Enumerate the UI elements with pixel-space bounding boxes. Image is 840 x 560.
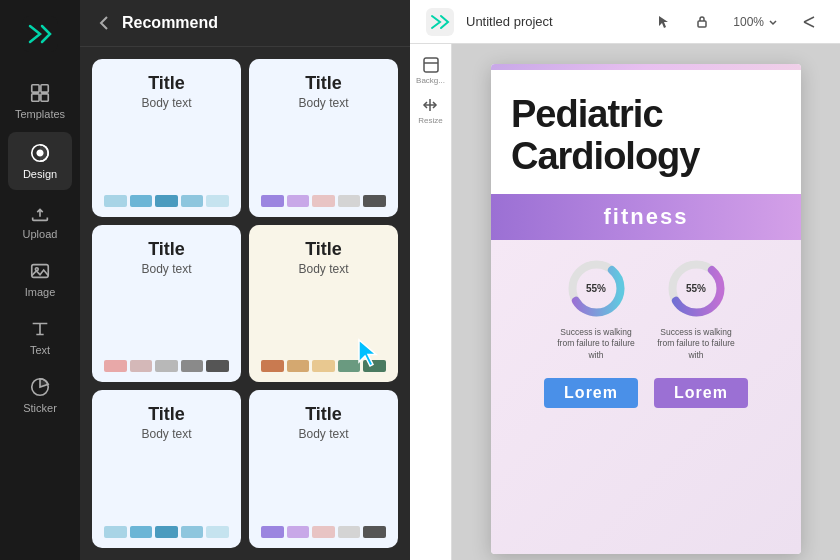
sidebar-item-label: Text [30, 344, 50, 356]
subtitle-band: fitness [491, 194, 801, 240]
swatch [155, 195, 178, 207]
cursor-tool-btn[interactable] [649, 11, 679, 33]
swatch [363, 195, 386, 207]
chart-item-1: 55% Success is walking from failure to f… [556, 256, 636, 363]
template-card-2[interactable]: Title Body text [249, 59, 398, 217]
card-title: Title [305, 73, 342, 94]
tool-panel: Recommend Title Body text Title Body tex… [80, 0, 410, 560]
donut-chart-1: 55% [564, 256, 629, 321]
card-title: Title [148, 73, 185, 94]
panel-title: Recommend [122, 14, 218, 32]
card-title: Title [148, 239, 185, 260]
svg-point-6 [37, 150, 43, 156]
background-label: Backg... [416, 76, 445, 85]
card-body: Body text [141, 96, 191, 110]
swatch [155, 526, 178, 538]
template-card-4[interactable]: Title Body text [249, 225, 398, 383]
canvas-main: Pediatric Cardiology fitness [452, 44, 840, 560]
subtitle: fitness [511, 204, 781, 230]
canvas-area: Untitled project 100% [410, 0, 840, 560]
svg-point-8 [35, 268, 38, 271]
swatch [130, 195, 153, 207]
swatch [181, 360, 204, 372]
swatch [363, 526, 386, 538]
resize-tool[interactable]: Resize [415, 94, 447, 126]
swatch [104, 526, 127, 538]
back-icon[interactable] [96, 14, 114, 32]
zoom-label: 100% [733, 15, 764, 29]
swatch [155, 360, 178, 372]
sidebar-item-label: Upload [23, 228, 58, 240]
lorem-btn-1[interactable]: Lorem [544, 378, 638, 408]
svg-rect-2 [41, 85, 48, 92]
sidebar-item-image[interactable]: Image [0, 250, 80, 308]
swatch [312, 195, 335, 207]
design-card: Pediatric Cardiology fitness [491, 64, 801, 554]
canvas-content: Backg... Resize Pediatric Card [410, 44, 840, 560]
sidebar-item-label: Image [25, 286, 56, 298]
sidebar-item-design[interactable]: Design [8, 132, 72, 190]
background-tool[interactable]: Backg... [415, 54, 447, 86]
card-body: Body text [298, 96, 348, 110]
project-name: Untitled project [466, 14, 637, 29]
donut-chart-2: 55% [664, 256, 729, 321]
template-card-1[interactable]: Title Body text [92, 59, 241, 217]
card-body: Body text [298, 427, 348, 441]
templates-grid: Title Body text Title Body text [80, 47, 410, 560]
header-actions: 100% [649, 11, 824, 33]
swatch [287, 360, 310, 372]
chart1-desc: Success is walking from failure to failu… [556, 327, 636, 363]
sidebar-item-templates[interactable]: Templates [0, 72, 80, 130]
title-section: Pediatric Cardiology [491, 70, 801, 194]
swatch [181, 195, 204, 207]
swatch [261, 360, 284, 372]
swatch [104, 195, 127, 207]
sidebar-item-sticker[interactable]: Sticker [0, 366, 80, 424]
template-card-5[interactable]: Title Body text [92, 390, 241, 548]
swatch [287, 195, 310, 207]
swatch [130, 360, 153, 372]
lock-btn[interactable] [687, 11, 717, 33]
swatch [261, 526, 284, 538]
chart-item-2: 55% Success is walking from failure to f… [656, 256, 736, 363]
swatch [338, 526, 361, 538]
sidebar-item-label: Design [23, 168, 57, 180]
canvas-logo [426, 8, 454, 36]
lorem-btn-2[interactable]: Lorem [654, 378, 748, 408]
sidebar-item-upload[interactable]: Upload [0, 192, 80, 250]
sidebar-item-text[interactable]: Text [0, 308, 80, 366]
swatch [287, 526, 310, 538]
swatch [181, 526, 204, 538]
card-body: Body text [141, 262, 191, 276]
swatch [312, 360, 335, 372]
main-title: Pediatric Cardiology [511, 94, 781, 178]
card-title: Title [305, 239, 342, 260]
color-swatches [104, 360, 229, 372]
design-middle: 55% Success is walking from failure to f… [491, 240, 801, 554]
swatch [206, 195, 229, 207]
canvas-sidebar: Backg... Resize [410, 44, 452, 560]
template-card-6[interactable]: Title Body text [249, 390, 398, 548]
sidebar-item-label: Sticker [23, 402, 57, 414]
svg-rect-3 [32, 94, 39, 101]
left-sidebar: Templates Design Upload Image Text [0, 0, 80, 560]
zoom-control[interactable]: 100% [725, 11, 786, 33]
template-card-3[interactable]: Title Body text [92, 225, 241, 383]
svg-rect-13 [698, 21, 706, 27]
chart2-desc: Success is walking from failure to failu… [656, 327, 736, 363]
more-btn[interactable] [794, 11, 824, 33]
swatch [312, 526, 335, 538]
svg-rect-14 [424, 58, 438, 72]
swatch [206, 526, 229, 538]
cursor-icon [354, 338, 384, 368]
svg-rect-4 [41, 94, 48, 101]
card-body: Body text [298, 262, 348, 276]
color-swatches [261, 195, 386, 207]
card-body: Body text [141, 427, 191, 441]
chart1-label: 55% [586, 283, 606, 294]
panel-header: Recommend [80, 0, 410, 47]
charts-row: 55% Success is walking from failure to f… [511, 256, 781, 363]
resize-label: Resize [418, 116, 442, 125]
color-swatches [104, 195, 229, 207]
lorem-row: Lorem Lorem [511, 378, 781, 408]
